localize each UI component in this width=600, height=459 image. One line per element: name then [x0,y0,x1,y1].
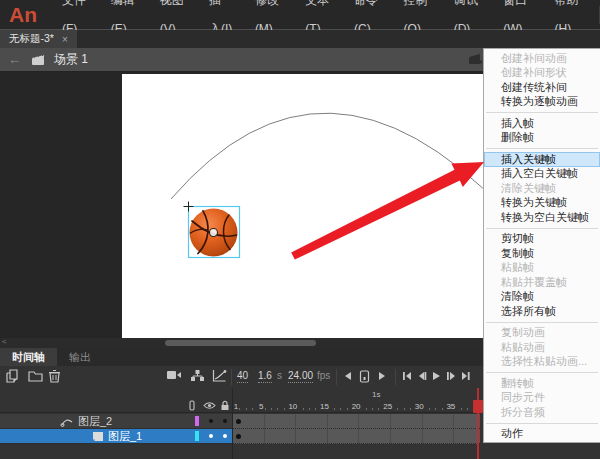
menu-separator [486,148,598,149]
menu-separator [486,372,598,373]
menu-item[interactable]: 清除帧 [484,290,600,305]
motion-guide-path [171,113,505,210]
document-tab[interactable]: 无标题-3* × [0,30,77,48]
menu-item[interactable]: 粘贴动画 [484,340,600,355]
registration-point[interactable] [210,229,218,237]
ruler-frame-number: 35 [445,402,456,411]
menu-item[interactable]: 拆分音频 [484,405,600,420]
new-folder-icon[interactable] [28,369,43,382]
ruler-frame-number: 30 [414,402,425,411]
layer-outline-color-swatch[interactable] [195,416,199,426]
menubar: An 文件(F)编辑(E)视图(V)插入(I)修改(M)文本(T)命令(C)控制… [0,0,600,30]
menu-item[interactable]: 创建补间形状 [484,66,600,81]
loop-next-icon[interactable] [378,371,386,381]
layer-visibility-dot[interactable] [209,419,213,423]
tab-timeline[interactable]: 时间轴 [0,348,57,366]
graph-editor-icon[interactable] [212,369,227,382]
menu-item[interactable]: 清除关键帧 [484,181,600,196]
layer-frames-span[interactable] [233,414,480,429]
scene-breadcrumb[interactable]: 场景 1 [54,51,88,68]
menu-item[interactable]: 插入关键帧 [484,152,600,167]
frame-rate-value[interactable]: 24.00 [288,370,313,383]
clapperboard-icon [31,54,45,66]
second-marker-label: 1s [372,390,380,399]
menu-item[interactable]: 创建传统补间 [484,80,600,95]
layer-name[interactable]: 图层_1 [108,429,142,443]
menu-item[interactable]: 翻转帧 [484,376,600,391]
ruler-frame-number: 5 [258,402,264,411]
frame-context-menu: 创建补间动画创建补间形状创建传统补间转换为逐帧动画插入帧删除帧插入关键帧插入空白… [483,48,600,443]
document-tab-bar: 无标题-3* × [0,30,600,48]
back-arrow-icon[interactable]: ← [8,52,21,67]
menu-item[interactable]: 剪切帧 [484,232,600,247]
playhead-marker[interactable] [473,400,483,413]
current-frame-value[interactable]: 40 [237,370,248,383]
delete-icon[interactable] [48,369,61,383]
menu-item[interactable]: 粘贴并覆盖帧 [484,275,600,290]
menu-item[interactable]: 删除帧 [484,131,600,146]
toolbar-divider [336,369,337,385]
ruler-frame-number: 1 [233,402,239,411]
layers-frames-divider [232,388,233,459]
menu-item[interactable]: 选择性粘贴动画... [484,355,600,370]
menu-item[interactable]: 粘贴帧 [484,261,600,276]
menu-item[interactable]: 转换为逐帧动画 [484,95,600,110]
layer-columns-header [0,388,233,413]
eye-icon[interactable] [203,401,216,410]
menu-item[interactable]: 选择所有帧 [484,304,600,319]
new-layer-icon[interactable] [6,369,20,383]
menu-item[interactable]: 复制动画 [484,326,600,341]
scroll-left-icon[interactable]: < [2,337,7,346]
loop-range-marker-icon[interactable] [359,370,370,383]
elapsed-time-value[interactable]: 1.6 [258,370,272,383]
edit-scene-icon[interactable] [468,53,482,65]
menu-item[interactable]: 复制帧 [484,246,600,261]
menu-item[interactable]: 同步元件 [484,391,600,406]
layer-lock-dot[interactable] [223,434,227,438]
menu-separator [486,228,598,229]
ruler-frame-number: 20 [351,402,362,411]
layer-name[interactable]: 图层_2 [78,414,112,428]
menu-item[interactable]: 动作 [484,427,600,442]
loop-prev-icon[interactable] [344,371,352,381]
guide-layer-icon [60,416,74,427]
menu-item[interactable]: 插入帧 [484,116,600,131]
menu-item[interactable]: 插入空白关键帧 [484,167,600,182]
previous-frame-icon[interactable] [417,371,427,381]
menu-item[interactable]: 转换为空白关键帧 [484,210,600,225]
layer-row[interactable]: 图层_1 [0,429,233,444]
lock-icon[interactable] [220,400,230,411]
outline-column-icon[interactable] [189,400,195,411]
ruler-frame-number: 15 [319,402,330,411]
an-logo: An [9,3,37,27]
ruler-frame-number: 25 [382,402,393,411]
layer-frames-span[interactable] [233,429,480,444]
transform-point-crosshair [184,202,194,212]
document-title: 无标题-3* [9,32,54,46]
layer-icon [92,431,104,442]
frame-rate-unit: fps [317,370,330,382]
layer-visibility-dot[interactable] [209,434,213,438]
first-frame-icon[interactable] [402,371,412,381]
keyframe-dot[interactable] [236,434,241,439]
menu-separator [486,423,598,424]
toolbar-divider [231,369,232,385]
close-icon[interactable]: × [62,34,68,45]
toolbar-divider [395,369,396,385]
last-frame-icon[interactable] [461,371,471,381]
parenting-view-icon[interactable] [190,369,205,382]
menu-item[interactable]: 创建补间动画 [484,51,600,66]
playhead-line[interactable] [477,388,479,459]
menu-separator [486,322,598,323]
play-icon[interactable] [432,371,441,381]
elapsed-time-unit: s [277,370,282,382]
tab-output[interactable]: 输出 [57,348,103,366]
layer-row[interactable]: 图层_2 [0,414,233,429]
scrollbar-thumb[interactable] [165,340,316,346]
camera-icon[interactable] [166,369,182,381]
next-frame-icon[interactable] [446,371,456,381]
layer-outline-color-swatch[interactable] [195,431,199,441]
keyframe-dot[interactable] [236,419,241,424]
layer-lock-dot[interactable] [223,419,227,423]
menu-item[interactable]: 转换为关键帧 [484,196,600,211]
